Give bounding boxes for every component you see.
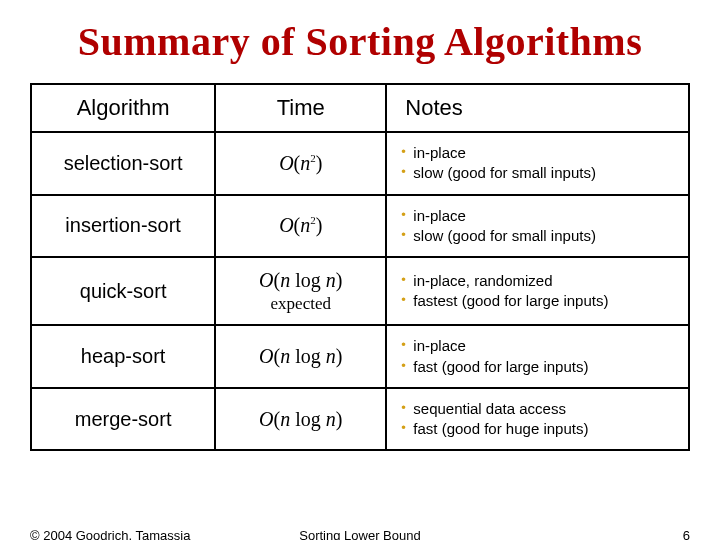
note-bullet: fast (good for huge inputs) bbox=[399, 419, 676, 439]
notes-cell: in-place, randomizedfastest (good for la… bbox=[386, 257, 689, 325]
slide: { "title": "Summary of Sorting Algorithm… bbox=[0, 0, 720, 540]
table-header-row: Algorithm Time Notes bbox=[31, 84, 689, 132]
time-cell: O(n2) bbox=[215, 195, 386, 258]
table-row: insertion-sortO(n2)in-placeslow (good fo… bbox=[31, 195, 689, 258]
note-bullet: in-place bbox=[399, 143, 676, 163]
col-header-notes: Notes bbox=[386, 84, 689, 132]
page-title: Summary of Sorting Algorithms bbox=[30, 18, 690, 65]
note-bullet: slow (good for small inputs) bbox=[399, 163, 676, 183]
time-cell: O(n log n) bbox=[215, 388, 386, 451]
col-header-algorithm: Algorithm bbox=[31, 84, 215, 132]
note-bullet: fastest (good for large inputs) bbox=[399, 291, 676, 311]
note-bullet: fast (good for large inputs) bbox=[399, 357, 676, 377]
note-bullet: in-place bbox=[399, 336, 676, 356]
notes-cell: in-placeslow (good for small inputs) bbox=[386, 195, 689, 258]
algorithm-cell: merge-sort bbox=[31, 388, 215, 451]
notes-cell: sequential data accessfast (good for hug… bbox=[386, 388, 689, 451]
table-body: selection-sortO(n2)in-placeslow (good fo… bbox=[31, 132, 689, 450]
algorithm-cell: heap-sort bbox=[31, 325, 215, 388]
note-bullet: in-place, randomized bbox=[399, 271, 676, 291]
notes-cell: in-placefast (good for large inputs) bbox=[386, 325, 689, 388]
table-row: heap-sortO(n log n)in-placefast (good fo… bbox=[31, 325, 689, 388]
note-bullet: in-place bbox=[399, 206, 676, 226]
table-row: quick-sortO(n log n)expectedin-place, ra… bbox=[31, 257, 689, 325]
note-bullet: sequential data access bbox=[399, 399, 676, 419]
notes-cell: in-placeslow (good for small inputs) bbox=[386, 132, 689, 195]
algorithms-table: Algorithm Time Notes selection-sortO(n2)… bbox=[30, 83, 690, 451]
time-cell: O(n log n) bbox=[215, 325, 386, 388]
footer-center-text: Sorting Lower Bound bbox=[30, 528, 690, 540]
col-header-time: Time bbox=[215, 84, 386, 132]
algorithm-cell: selection-sort bbox=[31, 132, 215, 195]
table-row: selection-sortO(n2)in-placeslow (good fo… bbox=[31, 132, 689, 195]
table-row: merge-sortO(n log n)sequential data acce… bbox=[31, 388, 689, 451]
algorithm-cell: quick-sort bbox=[31, 257, 215, 325]
page-number: 6 bbox=[683, 528, 690, 540]
note-bullet: slow (good for small inputs) bbox=[399, 226, 676, 246]
time-cell: O(n2) bbox=[215, 132, 386, 195]
time-cell: O(n log n)expected bbox=[215, 257, 386, 325]
algorithm-cell: insertion-sort bbox=[31, 195, 215, 258]
